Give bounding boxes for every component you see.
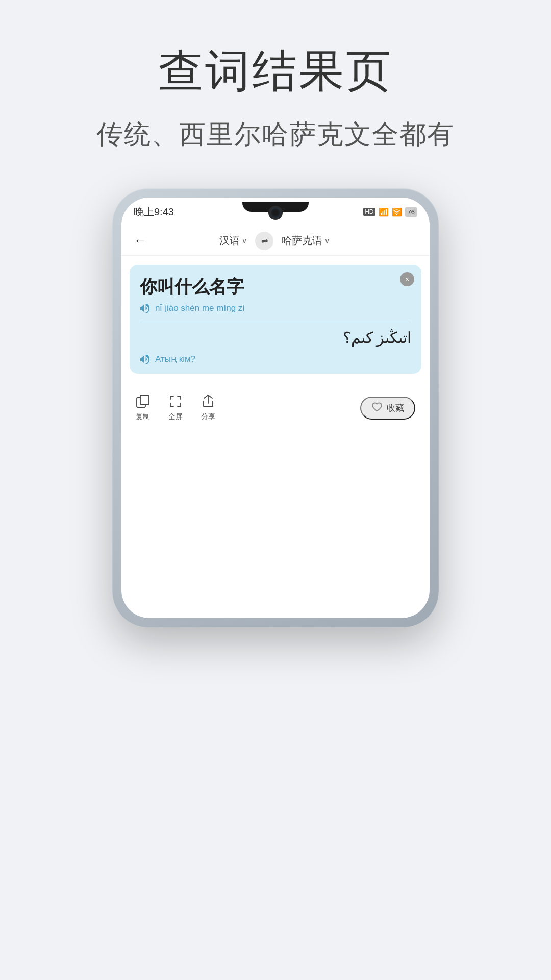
divider (140, 322, 411, 322)
svg-rect-1 (140, 395, 149, 405)
chinese-text: 你叫什么名字 (140, 275, 411, 299)
camera-dot (268, 206, 283, 220)
phone-screen: 晚上9:43 HD 📶 🛜 76 ← 汉语 ∨ ⇌ (121, 198, 430, 618)
language-selector[interactable]: 汉语 ∨ ⇌ 哈萨克语 ∨ (219, 232, 330, 250)
latin-row: Атың кім? (140, 354, 411, 364)
page-subtitle: 传统、西里尔哈萨克文全都有 (96, 117, 455, 153)
pinyin-text: nǐ jiào shén me míng zì (155, 303, 245, 313)
phone-frame: 晚上9:43 HD 📶 🛜 76 ← 汉语 ∨ ⇌ (112, 188, 439, 627)
nav-bar: ← 汉语 ∨ ⇌ 哈萨克语 ∨ (121, 226, 430, 256)
heart-icon (371, 402, 383, 414)
target-lang-dropdown-icon: ∨ (324, 237, 330, 245)
status-bar: 晚上9:43 HD 📶 🛜 76 (121, 198, 430, 226)
bottom-toolbar: 复制 全屏 (121, 387, 430, 427)
sound-icon-1[interactable] (140, 304, 151, 313)
copy-button[interactable]: 复制 (136, 394, 150, 422)
page-title: 查词结果页 (158, 41, 393, 102)
arabic-kazakh-text: اتىڭىز كىم؟ (140, 327, 411, 349)
share-label: 分享 (201, 412, 215, 422)
copy-label: 复制 (136, 412, 150, 422)
status-time: 晚上9:43 (134, 205, 174, 219)
fullscreen-button[interactable]: 全屏 (168, 394, 183, 422)
fullscreen-label: 全屏 (168, 412, 183, 422)
share-button[interactable]: 分享 (201, 394, 215, 422)
back-button[interactable]: ← (134, 233, 147, 249)
phone-mockup: 晚上9:43 HD 📶 🛜 76 ← 汉语 ∨ ⇌ (112, 188, 439, 627)
pinyin-row: nǐ jiào shén me míng zì (140, 303, 411, 313)
copy-icon (136, 394, 150, 410)
signal-icon: 📶 (379, 207, 389, 217)
swap-languages-button[interactable]: ⇌ (255, 232, 273, 250)
collect-label: 收藏 (387, 402, 404, 414)
wifi-icon: 🛜 (392, 207, 402, 217)
close-button[interactable]: × (400, 272, 414, 286)
swap-icon: ⇌ (261, 236, 268, 246)
source-lang-label: 汉语 (219, 234, 240, 248)
tool-group: 复制 全屏 (136, 394, 215, 422)
source-lang-dropdown-icon: ∨ (242, 237, 247, 245)
latin-kazakh-text: Атың кім? (155, 354, 195, 364)
sound-icon-2[interactable] (140, 355, 151, 364)
target-lang-label: 哈萨克语 (282, 234, 322, 248)
fullscreen-icon (168, 394, 183, 410)
status-icons: HD 📶 🛜 76 (363, 207, 417, 217)
result-card: × 你叫什么名字 nǐ jiào shén me míng zì اتىڭىز … (130, 265, 421, 374)
source-language[interactable]: 汉语 ∨ (219, 234, 247, 248)
hd-icon-1: HD (363, 208, 375, 216)
target-language[interactable]: 哈萨克语 ∨ (282, 234, 330, 248)
battery-icon: 76 (405, 207, 417, 217)
collect-button[interactable]: 收藏 (360, 397, 415, 420)
share-icon (201, 394, 215, 410)
